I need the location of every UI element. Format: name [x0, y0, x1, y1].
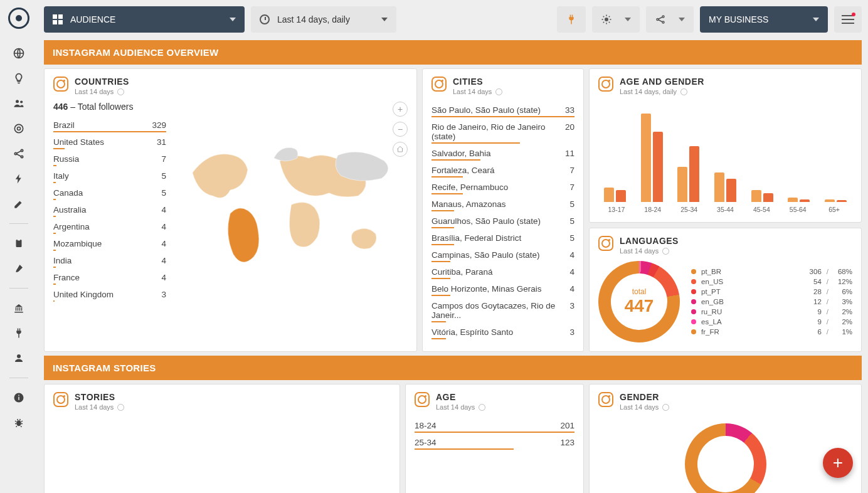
daterange-dropdown[interactable]: Last 14 days, daily [251, 6, 396, 33]
theme-dropdown[interactable] [592, 6, 640, 33]
svg-point-5 [14, 152, 16, 154]
list-item[interactable]: Italy5 [53, 167, 166, 182]
instagram-icon [415, 392, 430, 407]
list-item[interactable]: Manaus, Amazonas5 [431, 196, 574, 210]
list-item[interactable]: United Kingdom3 [53, 286, 166, 300]
section-dropdown[interactable]: AUDIENCE [44, 6, 245, 33]
list-item[interactable]: Guarulhos, São Paulo (state)5 [431, 213, 574, 227]
stories-card: STORIES Last 14 days [44, 384, 400, 493]
list-item[interactable]: United States31 [53, 134, 166, 148]
svg-rect-8 [16, 240, 22, 247]
list-item[interactable]: Campinas, São Paulo (state)4 [431, 246, 574, 261]
age-gender-chart[interactable] [598, 102, 852, 202]
svg-point-14 [16, 420, 21, 426]
list-item[interactable]: Mozambique4 [53, 235, 166, 250]
refresh-icon[interactable] [479, 404, 485, 411]
list-item: en_US54/12% [691, 277, 852, 287]
sidebar [0, 0, 38, 493]
instagram-icon [598, 77, 613, 92]
list-item[interactable]: France4 [53, 269, 166, 284]
app-logo[interactable] [8, 8, 29, 29]
list-item[interactable]: 25-34123 [415, 434, 574, 448]
refresh-icon[interactable] [680, 88, 687, 95]
list-item[interactable]: Curitiba, Paraná4 [431, 263, 574, 278]
business-label: MY BUSINESS [709, 14, 768, 24]
topbar: AUDIENCE Last 14 days, daily [44, 6, 862, 33]
list-item[interactable]: Rio de Janeiro, Rio de Janeiro (state)20 [431, 119, 574, 142]
list-item[interactable]: Brasília, Federal District5 [431, 230, 574, 244]
list-item[interactable]: Fortaleza, Ceará7 [431, 162, 574, 176]
chevron-down-icon [679, 18, 685, 21]
age-card: AGE Last 14 days 18-2420125-34123 [405, 384, 584, 493]
info-icon[interactable] [12, 391, 26, 405]
svg-point-16 [657, 19, 659, 21]
list-item[interactable]: Recife, Pernambuco7 [431, 179, 574, 193]
share-dropdown[interactable] [646, 6, 694, 33]
refresh-icon[interactable] [662, 404, 669, 411]
list-item: pt_BR306/68% [691, 267, 852, 277]
list-item[interactable]: 18-24201 [415, 417, 574, 432]
brush-icon[interactable] [12, 262, 26, 275]
languages-donut[interactable]: total 447 [598, 261, 680, 342]
user-icon[interactable] [12, 351, 26, 365]
refresh-icon[interactable] [117, 404, 124, 411]
world-map[interactable] [175, 120, 408, 277]
daterange-label: Last 14 days, daily [277, 14, 350, 24]
svg-point-6 [21, 149, 23, 151]
svg-point-1 [16, 100, 19, 103]
chevron-down-icon [381, 18, 388, 21]
gender-donut[interactable] [685, 423, 766, 493]
cities-card: CITIES Last 14 days São Paulo, São Paulo… [422, 68, 584, 352]
total-followers: 446 – Total followers [53, 102, 166, 112]
refresh-icon[interactable] [495, 88, 502, 95]
bug-icon[interactable] [12, 416, 26, 430]
target-icon[interactable] [12, 122, 26, 135]
list-item: ru_RU9/2% [691, 307, 852, 317]
svg-point-18 [662, 21, 664, 23]
svg-point-15 [605, 18, 608, 21]
business-dropdown[interactable]: MY BUSINESS [700, 6, 828, 33]
share-icon[interactable] [12, 147, 26, 161]
list-item[interactable]: Canada5 [53, 184, 166, 199]
svg-rect-12 [18, 397, 19, 400]
home-button[interactable] [393, 142, 408, 157]
list-item[interactable]: Belo Horizonte, Minas Gerais4 [431, 280, 574, 295]
gender-card: GENDER Last 14 days [589, 384, 862, 493]
bolt-icon[interactable] [12, 172, 26, 186]
pencil-icon[interactable] [12, 197, 26, 211]
bank-icon[interactable] [12, 301, 26, 315]
chevron-down-icon [625, 18, 631, 21]
list-item[interactable]: Russia7 [53, 151, 166, 165]
list-item[interactable]: India4 [53, 252, 166, 267]
list-item[interactable]: Campos dos Goytacazes, Rio de Janeir...3 [431, 297, 574, 321]
people-icon[interactable] [12, 97, 26, 110]
menu-button[interactable] [834, 6, 862, 33]
instagram-icon [431, 77, 447, 92]
list-item[interactable]: São Paulo, São Paulo (state)33 [431, 102, 574, 116]
list-item[interactable]: Argentina4 [53, 218, 166, 233]
globe-icon[interactable] [12, 46, 26, 60]
list-item[interactable]: Brazil329 [53, 117, 166, 131]
bulb-icon[interactable] [12, 72, 26, 85]
svg-point-4 [18, 127, 21, 130]
refresh-icon[interactable] [662, 248, 669, 255]
fab-add-button[interactable]: + [823, 448, 853, 478]
chevron-down-icon [813, 18, 819, 21]
svg-rect-9 [18, 239, 21, 241]
list-item[interactable]: Vitória, Espírito Santo3 [431, 324, 574, 338]
list-item[interactable]: Australia4 [53, 201, 166, 216]
zoom-out-button[interactable]: − [393, 122, 408, 137]
zoom-in-button[interactable]: + [393, 102, 408, 117]
instagram-icon [598, 236, 613, 251]
plug-icon[interactable] [12, 326, 26, 340]
section-overview-header: INSTAGRAM AUDIENCE OVERVIEW [44, 40, 862, 65]
clipboard-icon[interactable] [12, 236, 26, 250]
svg-point-7 [21, 156, 23, 157]
plug-button[interactable] [557, 6, 586, 33]
card-title: COUNTRIES [75, 77, 129, 87]
list-item[interactable]: Salvador, Bahia11 [431, 145, 574, 159]
refresh-icon[interactable] [117, 88, 124, 95]
instagram-icon [53, 392, 68, 407]
section-label: AUDIENCE [70, 14, 115, 24]
svg-point-3 [14, 124, 23, 132]
